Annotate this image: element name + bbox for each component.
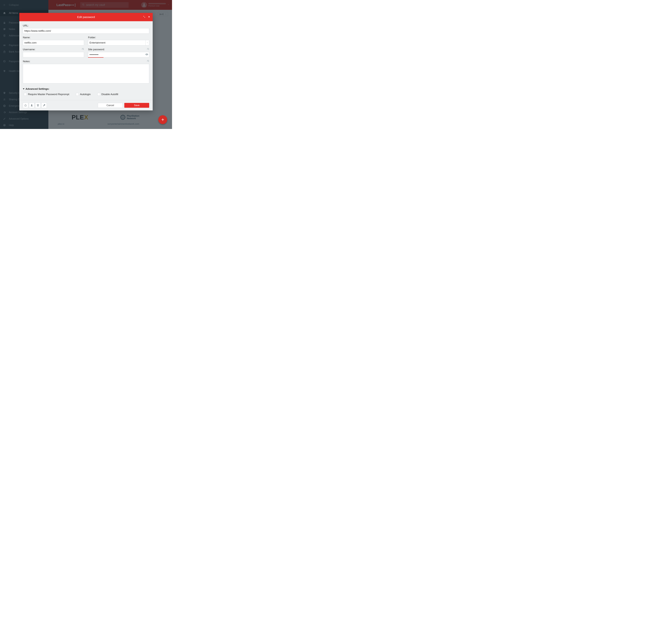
history-icon[interactable] (147, 48, 149, 51)
reprompt-checkbox[interactable]: Require Master Password Reprompt (24, 93, 69, 96)
delete-button[interactable] (35, 102, 41, 108)
cancel-button[interactable]: Cancel (98, 103, 123, 108)
dialog-title: Edit password (77, 15, 95, 19)
wrench-icon (43, 104, 46, 107)
url-label: URL: (23, 24, 149, 27)
history-icon[interactable] (81, 48, 84, 51)
save-button[interactable]: Save (124, 103, 149, 108)
password-label: Site password: (88, 48, 149, 51)
checkbox-icon (98, 93, 100, 96)
checkbox-icon (76, 93, 79, 96)
trash-icon (37, 104, 39, 107)
autologin-checkbox[interactable]: Autologin (76, 93, 90, 96)
username-input[interactable] (23, 52, 84, 57)
password-input[interactable] (88, 52, 149, 57)
dialog-header: Edit password (19, 13, 153, 21)
username-label: Username: (23, 48, 84, 51)
folder-input[interactable] (88, 40, 145, 46)
checkbox-icon (24, 93, 26, 96)
triangle-down-icon (23, 88, 24, 89)
person-icon (30, 104, 33, 107)
advanced-settings-toggle[interactable]: Advanced Settings: (23, 87, 149, 90)
folder-label: Folder: (88, 36, 149, 39)
disable-autofill-checkbox[interactable]: Disable Autofill (98, 93, 118, 96)
share-button[interactable] (29, 102, 35, 108)
plus-icon: + (161, 117, 164, 123)
dialog-body: URL: Name: Folder: Username: (19, 21, 153, 100)
name-label: Name: (23, 36, 84, 39)
favorite-button[interactable] (23, 102, 28, 108)
chevron-down-icon (146, 42, 148, 44)
eye-icon (145, 54, 148, 55)
name-input[interactable] (23, 40, 84, 46)
tools-button[interactable] (42, 102, 47, 108)
dialog-footer: Cancel Save (19, 100, 153, 111)
expand-icon[interactable] (143, 16, 145, 18)
notes-input[interactable] (23, 64, 149, 83)
url-input[interactable] (23, 28, 149, 33)
star-icon (24, 104, 27, 107)
show-password-button[interactable] (145, 54, 148, 56)
add-item-button[interactable]: + (158, 115, 167, 124)
notes-label: Notes: (23, 60, 149, 63)
history-icon[interactable] (147, 60, 149, 63)
close-icon[interactable] (148, 16, 150, 18)
folder-dropdown-button[interactable] (145, 40, 149, 46)
password-strength-bar (88, 57, 104, 58)
edit-password-dialog: Edit password URL: Name: Folder: (19, 13, 153, 111)
